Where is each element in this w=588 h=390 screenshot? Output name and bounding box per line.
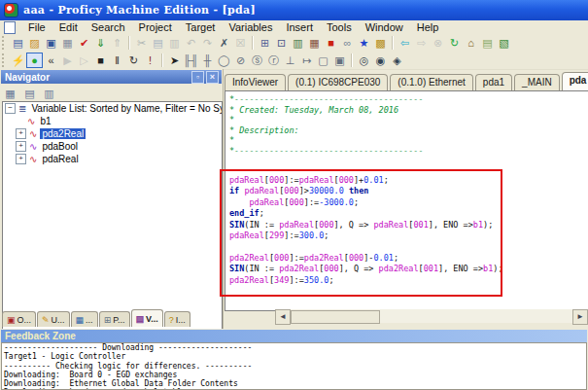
restart-icon[interactable]: ↻ — [125, 53, 142, 68]
navigator-tab-icon: ▤ — [136, 314, 145, 324]
menu-insert[interactable]: Insert — [279, 21, 320, 33]
delete-all-icon[interactable]: ☒ — [232, 35, 249, 51]
menu-window[interactable]: Window — [359, 21, 410, 33]
cube-icon[interactable]: ■ — [323, 35, 339, 51]
data-monitor-icon[interactable]: ▦ — [306, 35, 323, 51]
vertical-link-icon[interactable]: ⊥ — [282, 53, 298, 68]
delete-icon[interactable]: ✗ — [216, 35, 232, 51]
jump-icon[interactable]: ↦ — [298, 53, 315, 68]
find-next-icon[interactable]: ◉ — [372, 53, 389, 68]
tree-item-b1[interactable]: ∿b1 — [3, 115, 222, 127]
scrollbar-thumb[interactable] — [291, 310, 380, 324]
editor-tab-010Ethernet[interactable]: (0.1.0) Ethernet — [390, 74, 472, 90]
menu-variables[interactable]: Variables — [222, 21, 279, 33]
menu-target[interactable]: Target — [179, 21, 223, 33]
editor-tab-01IC698CPE030[interactable]: (0.1) IC698CPE030 — [288, 74, 388, 90]
variable-icon: ∿ — [29, 128, 37, 139]
editor-tab-pda[interactable]: pda — [562, 72, 588, 90]
navigator-tab-V[interactable]: ▤V... — [131, 309, 163, 327]
editor-tab-_MAIN[interactable]: _MAIN — [514, 74, 560, 90]
close-panel-icon[interactable]: × — [206, 71, 219, 84]
editor-hscrollbar[interactable]: ◄ ► — [275, 309, 588, 323]
navigator-tab-P[interactable]: ⊞P... — [99, 311, 130, 327]
tree-root-item[interactable]: −≣Variable List: Sorted by Name, Filter … — [3, 102, 222, 115]
toolchest-icon[interactable]: ⊞ — [257, 35, 273, 51]
tree-item-pdaReal[interactable]: +∿pdaReal — [3, 153, 222, 165]
reset-coil-icon[interactable]: ⓡ — [265, 53, 282, 68]
stop-icon[interactable]: ■ — [92, 53, 109, 68]
expand-icon[interactable]: + — [16, 154, 26, 164]
feedback-zone-icon[interactable]: ⊡ — [273, 35, 290, 51]
scroll-right-icon[interactable]: ► — [572, 309, 588, 325]
pointer-tool-icon[interactable]: ➤ — [166, 53, 183, 68]
expand-icon[interactable]: + — [16, 141, 26, 152]
navigator-tab-I[interactable]: ?I... — [164, 311, 190, 327]
pause-icon[interactable]: ‖ — [109, 53, 125, 68]
rewind-icon[interactable]: « — [43, 53, 59, 68]
pin-panel-icon[interactable]: ▫ — [191, 71, 204, 84]
bookmark-star-icon[interactable]: ★ — [356, 35, 372, 51]
edit-page-icon[interactable]: ▤ — [479, 35, 496, 51]
menu-edit[interactable]: Edit — [52, 21, 85, 33]
toolbar-grip[interactable] — [2, 36, 8, 50]
menu-project[interactable]: Project — [132, 21, 179, 33]
browse-icon[interactable]: ◈ — [389, 53, 405, 68]
tree-item-pdaBool[interactable]: +∿pdaBool — [3, 140, 222, 153]
comment-line: * — [229, 115, 424, 125]
nav-view-tree-icon[interactable]: ▥ — [41, 86, 57, 101]
contact-open-icon[interactable]: ╟╢ — [183, 53, 199, 68]
coil-icon[interactable]: ◯ — [216, 53, 232, 68]
document-window-icon[interactable] — [4, 21, 16, 34]
control-station-icon[interactable]: ▥ — [290, 35, 306, 51]
paste-icon[interactable]: ▥ — [166, 35, 183, 51]
tree-item-pda2Real[interactable]: +∿pda2Real — [3, 127, 222, 140]
nav-view-list-icon[interactable]: ▤ — [21, 86, 38, 101]
stop-load-icon[interactable]: ⊗ — [430, 35, 446, 51]
scroll-left-icon[interactable]: ◄ — [275, 309, 291, 325]
contact-closed-icon[interactable]: ╫ — [199, 53, 216, 68]
editor-tab-pda1[interactable]: pda1 — [475, 74, 512, 90]
export-icon[interactable]: ▧ — [496, 35, 512, 51]
collapse-expander-icon[interactable]: − — [5, 103, 16, 114]
feedback-console[interactable]: -------------------- Downloading -------… — [1, 342, 587, 390]
navigator-toolbar: ▦▤▥ — [2, 86, 57, 101]
download-icon[interactable]: ⇓ — [92, 35, 109, 51]
menu-tools[interactable]: Tools — [320, 21, 359, 33]
set-coil-icon[interactable]: ⓢ — [249, 53, 265, 68]
print-icon[interactable]: ▦ — [59, 35, 76, 51]
upload-icon[interactable]: ⇑ — [109, 35, 125, 51]
navigator-tab-U[interactable]: ✎U... — [37, 311, 70, 327]
run-icon[interactable]: ⚡ — [10, 53, 26, 68]
back-icon[interactable]: ⇦ — [397, 35, 413, 51]
new-project-icon[interactable]: ▤ — [10, 35, 26, 51]
play-icon[interactable]: ▶ — [59, 53, 76, 68]
cut-icon[interactable]: ✂ — [133, 35, 150, 51]
open-project-icon[interactable]: ▨ — [26, 35, 43, 51]
menu-help[interactable]: Help — [410, 21, 446, 33]
alert-icon[interactable]: ! — [142, 53, 158, 68]
call-block-icon[interactable]: ▣ — [331, 53, 348, 68]
navigator-tab-O[interactable]: ▣O... — [2, 311, 36, 327]
navigator-tab-[interactable]: ▦... — [71, 311, 98, 327]
go-online-icon[interactable]: ● — [26, 53, 43, 68]
refresh-icon[interactable]: ↻ — [446, 35, 463, 51]
menu-file[interactable]: File — [21, 21, 52, 33]
undo-icon[interactable]: ↶ — [183, 35, 199, 51]
nav-view-details-icon[interactable]: ▦ — [2, 86, 18, 101]
editor-tab-InfoViewer[interactable]: InfoViewer — [225, 74, 286, 90]
function-block-icon[interactable]: ▢ — [315, 53, 331, 68]
find-icon[interactable]: ◎ — [356, 53, 372, 68]
home-icon[interactable]: ⌂ — [463, 35, 479, 51]
forward-icon[interactable]: ⇨ — [413, 35, 430, 51]
toolbar-grip[interactable] — [2, 53, 8, 67]
redo-icon[interactable]: ↷ — [199, 35, 216, 51]
negated-coil-icon[interactable]: ⊘ — [232, 53, 249, 68]
validate-icon[interactable]: ✔ — [76, 35, 92, 51]
references-icon[interactable]: ∞ — [339, 35, 356, 51]
toolbox-icon[interactable]: ▩ — [372, 35, 389, 51]
copy-icon[interactable]: ▤ — [150, 35, 166, 51]
expand-icon[interactable]: + — [16, 128, 26, 139]
save-icon[interactable]: ▣ — [43, 35, 59, 51]
step-icon[interactable]: ▷ — [76, 53, 92, 68]
menu-search[interactable]: Search — [85, 21, 132, 33]
